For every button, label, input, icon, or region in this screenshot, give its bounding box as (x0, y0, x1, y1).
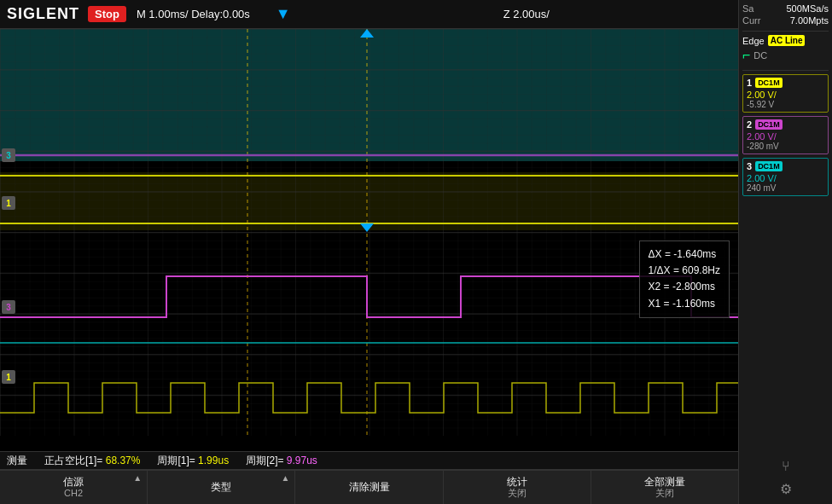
x2-val: X2 = -2.800ms (649, 279, 720, 295)
ch3-badge: DC1M (755, 161, 783, 171)
type-label: 类型 (211, 481, 231, 493)
all-meas-button[interactable]: 全部测量 关闭 (591, 471, 738, 504)
scope-screen: 3 1 3 1 ΔX = -1.640ms 1/ΔX = 609.8Hz X2 … (0, 29, 738, 436)
top-bar: SIGLENT Stop M 1.00ms/ Delay:0.00s ▼ Z 2… (0, 0, 832, 29)
period2-label: 周期[2]= (246, 455, 283, 466)
period2-display: 周期[2]= 9.97us (246, 454, 317, 468)
trace-svg (0, 29, 738, 436)
zoom-info: Z 2.00us/ (298, 8, 755, 20)
ch1-vdiv: 2.00 V/ (747, 90, 824, 100)
trigger-indicator: ▼ (276, 5, 291, 23)
ch2-offset: -280 mV (747, 142, 824, 151)
edge-rising-icon: ⌐ (742, 48, 750, 63)
ch2-section: 2 DC1M 2.00 V/ -280 mV (742, 116, 829, 154)
clear-meas-button[interactable]: 清除测量 (295, 471, 443, 504)
delta-x: ΔX = -1.640ms (649, 246, 720, 263)
source-label: 信源 (63, 476, 84, 488)
timebase-info: M 1.00ms/ Delay:0.00s (137, 8, 250, 20)
source-button[interactable]: 信源 CH2 ▲ (0, 471, 148, 504)
ch2-num: 2 (747, 119, 752, 130)
curr-label: Curr (742, 15, 760, 26)
ch1-marker-bottom: 1 (2, 370, 15, 384)
trigger-dc-label: DC (753, 50, 767, 61)
sa-label: Sa (742, 3, 753, 14)
bottom-icons: ⑂ ⚙ (742, 455, 829, 501)
inv-delta-x: 1/ΔX = 609.8Hz (649, 263, 720, 279)
ch3-section: 3 DC1M 2.00 V/ 240 mV (742, 158, 829, 196)
statistics-button[interactable]: 统计 关闭 (444, 471, 591, 504)
type-arrow: ▲ (282, 473, 290, 483)
curr-row: Curr 7.00Mpts (742, 15, 829, 26)
ch2-badge: DC1M (755, 119, 783, 130)
trigger-section: Edge AC Line ⌐ DC (742, 35, 829, 63)
type-button[interactable]: 类型 ▲ (148, 471, 295, 504)
siglent-logo: SIGLENT (7, 5, 79, 23)
measurement-box: ΔX = -1.640ms 1/ΔX = 609.8Hz X2 = -2.800… (639, 240, 730, 318)
all-meas-label: 全部测量 (644, 476, 685, 488)
settings-icon: ⚙ (742, 478, 829, 501)
duty-label: 正占空比[1]= (44, 455, 102, 466)
all-meas-sub: 关闭 (655, 488, 674, 499)
ch1-badge: DC1M (755, 78, 783, 88)
ch3-offset: 240 mV (747, 183, 824, 193)
ch3-marker: 3 (2, 148, 15, 162)
ch2-vdiv: 2.00 V/ (747, 131, 824, 142)
period2-value: 9.97us (287, 455, 317, 466)
sa-value: 500MSa/s (786, 3, 829, 14)
duty-cycle-display: 正占空比[1]= 68.37% (44, 454, 140, 468)
period1-display: 周期[1]= 1.99us (157, 454, 229, 468)
ch1-offset: -5.92 V (747, 100, 824, 109)
trigger-type-label: Edge (742, 36, 765, 46)
source-sub: CH2 (64, 488, 83, 499)
source-arrow: ▲ (133, 473, 142, 483)
period1-value: 1.99us (198, 455, 229, 466)
sample-rate-row: Sa 500MSa/s (742, 3, 829, 14)
stop-badge[interactable]: Stop (88, 6, 126, 22)
ch3-vdiv: 2.00 V/ (747, 173, 824, 183)
clear-label: 清除测量 (349, 481, 390, 493)
stats-label: 统计 (507, 476, 527, 488)
usb-icon: ⑂ (742, 455, 829, 478)
measurement-bar: 测量 正占空比[1]= 68.37% 周期[1]= 1.99us 周期[2]= … (0, 451, 738, 470)
ch1-section: 1 DC1M 2.00 V/ -5.92 V (742, 74, 829, 113)
right-panel: Sa 500MSa/s Curr 7.00Mpts Edge AC Line ⌐… (738, 0, 832, 504)
ch1-num: 1 (747, 78, 752, 88)
stats-sub: 关闭 (508, 488, 527, 499)
trigger-source-badge: AC Line (768, 35, 806, 46)
ch2-marker-bottom: 3 (2, 300, 15, 314)
period1-label: 周期[1]= (157, 455, 195, 466)
curr-value: 7.00Mpts (790, 15, 829, 26)
duty-value: 68.37% (106, 455, 141, 466)
toolbar: 信源 CH2 ▲ 类型 ▲ 清除测量 统计 关闭 全部测量 关闭 (0, 470, 738, 504)
ch1-marker: 1 (2, 196, 15, 210)
ch3-num: 3 (747, 161, 752, 171)
x1-val: X1 = -1.160ms (649, 296, 720, 312)
meas-bar-label: 测量 (7, 454, 27, 468)
